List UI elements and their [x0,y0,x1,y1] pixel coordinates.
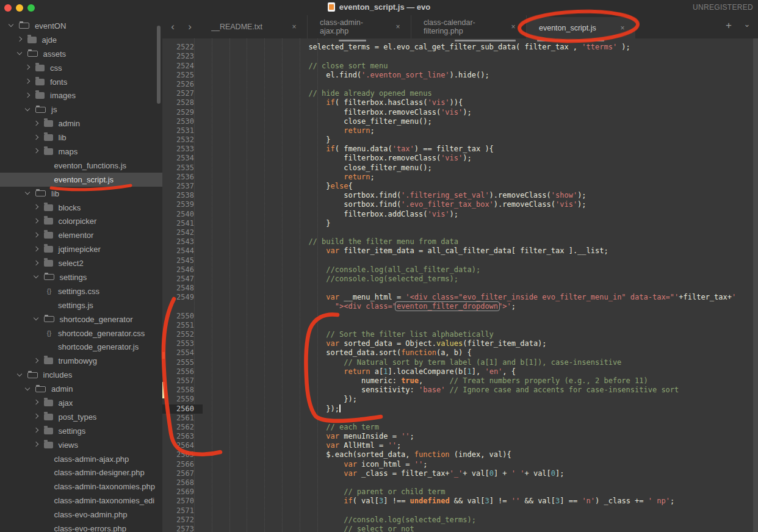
editor-scrollbar[interactable] [753,38,758,532]
nav-back-icon[interactable]: ‹ [167,20,178,34]
code-line-2564[interactable]: 2564 var AllHtml = ''; [162,441,758,450]
code-line-2545[interactable]: 2545 [162,256,758,265]
sidebar-item-shortcode_generator.js[interactable]: shortcode_generator.js [0,340,162,354]
close-tab-icon[interactable]: × [509,23,518,31]
line-number[interactable]: 2562 [162,423,203,432]
code-line-2544[interactable]: 2544 var filter_item_data = all_cal_filt… [162,246,758,256]
line-number[interactable]: 2526 [162,80,203,89]
chevron-down-icon[interactable] [25,387,30,392]
code-line-2543[interactable]: 2543 // build the filter menu from data [162,237,758,246]
sidebar-item-settings.css[interactable]: {}settings.css [0,284,162,298]
code-line-2522[interactable]: 2522 selected_terms = el.evo_cal_get_fil… [162,43,758,52]
line-number[interactable]: 2529 [162,108,203,117]
line-number[interactable]: 2531 [162,126,203,135]
line-number[interactable]: 2542 [162,228,203,237]
chevron-right-icon[interactable] [34,121,38,126]
chevron-right-icon[interactable] [34,428,38,433]
chevron-down-icon[interactable] [9,23,13,28]
line-number[interactable] [162,302,203,311]
line-number[interactable]: 2533 [162,145,203,154]
sidebar-item-class-evo-admin.php[interactable]: class-evo-admin.php [0,508,162,522]
close-tab-icon[interactable]: × [394,23,402,31]
chevron-down-icon[interactable] [34,317,38,322]
code-line-2557[interactable]: 2557 numeric: true, // Treat numbers pro… [162,376,758,386]
line-number[interactable]: 2544 [162,246,203,256]
chevron-right-icon[interactable] [34,261,38,266]
sidebar-item-maps[interactable]: maps [0,145,162,159]
code-line-2527[interactable]: 2527 // hide already opened menus [162,89,758,98]
code-line-2535[interactable]: 2535 close_filter_menu(); [162,164,758,173]
line-number[interactable]: 2540 [162,210,203,219]
code-line-2538[interactable]: 2538 sortbox.find('.filtering_set_val').… [162,191,758,200]
line-number[interactable]: 2549 [162,293,203,302]
code-line-2560[interactable]: 2560 }); [162,404,758,414]
chevron-right-icon[interactable] [25,79,30,84]
line-number[interactable]: 2553 [162,339,203,348]
sidebar-item-class-admin-ajax.php[interactable]: class-admin-ajax.php [0,452,162,466]
sidebar-item-lib[interactable]: lib [0,131,162,145]
code-line-2521[interactable] [162,38,758,43]
code-line-2558[interactable]: 2558 sensitivity: 'base' // Ignore case … [162,386,758,395]
sidebar-item-css[interactable]: css [0,61,162,75]
line-number[interactable]: 2572 [162,516,203,525]
sidebar-item-views[interactable]: views [0,438,162,452]
line-number[interactable]: 2532 [162,135,203,145]
chevron-right-icon[interactable] [34,135,38,140]
chevron-down-icon[interactable] [25,191,30,196]
code-line-2569[interactable]: 2569 // parent or child term [162,487,758,497]
chevron-down-icon[interactable] [17,51,22,56]
code-line-2554[interactable]: 2554 sorted_data.sort(function(a, b) { [162,348,758,358]
chevron-right-icon[interactable] [34,219,38,224]
code-line-2534[interactable]: 2534 filterbox.removeClass('vis'); [162,154,758,163]
sidebar-item-trumbowyg[interactable]: trumbowyg [0,354,162,368]
code-line-2548[interactable]: 2548 [162,284,758,293]
line-number[interactable]: 2534 [162,154,203,163]
code-line-2550[interactable]: 2550 [162,312,758,321]
code-line-2565[interactable]: 2565 $.each(sorted_data, function (index… [162,450,758,459]
line-number[interactable]: 2541 [162,219,203,228]
code-line-2533[interactable]: 2533 if( fmenu.data('tax') == filter_tax… [162,145,758,154]
code-line-wrap[interactable]: "><div class="eventon_filter_dropdown">'… [162,302,758,311]
line-number[interactable] [162,38,203,43]
sidebar-item-settings[interactable]: settings [0,270,162,284]
sidebar-scrollbar[interactable] [157,26,161,104]
sidebar-item-shortcode_generator[interactable]: shortcode_generator [0,312,162,326]
tab-class-admin-ajax.php[interactable]: class-admin-ajax.php× [308,15,411,38]
code-line-2537[interactable]: 2537 }else{ [162,182,758,191]
sidebar-item-js[interactable]: js [0,102,162,117]
code-line-2570[interactable]: 2570 if( val[3] !== undefined && val[3] … [162,497,758,506]
line-number[interactable]: 2566 [162,460,203,469]
code-line-2555[interactable]: 2555 // Natural sort by term label (a[1]… [162,358,758,367]
line-number[interactable]: 2537 [162,182,203,191]
line-number[interactable]: 2565 [162,450,203,459]
sidebar-item-class-admin-designer.php[interactable]: class-admin-designer.php [0,466,162,480]
line-number[interactable]: 2569 [162,487,203,497]
code-line-2572[interactable]: 2572 //console.log(selected_terms); [162,516,758,525]
code-line-2531[interactable]: 2531 return; [162,126,758,135]
line-number[interactable]: 2528 [162,98,203,107]
sidebar-item-ajax[interactable]: ajax [0,396,162,410]
line-number[interactable]: 2571 [162,506,203,516]
chevron-right-icon[interactable] [34,205,38,210]
line-number[interactable]: 2567 [162,469,203,478]
sidebar-item-select2[interactable]: select2 [0,256,162,270]
line-number[interactable]: 2524 [162,62,203,71]
code-line-2559[interactable]: 2559 }); [162,395,758,404]
line-number[interactable]: 2548 [162,284,203,293]
sidebar-item-eventon_functions.js[interactable]: eventon_functions.js [0,159,162,173]
chevron-right-icon[interactable] [17,37,22,42]
sidebar-item-admin[interactable]: admin [0,382,162,396]
sidebar-item-ajde[interactable]: ajde [0,33,162,47]
sidebar-item-class-admin-taxonomies_edi[interactable]: class-admin-taxonomies_edi [0,494,162,508]
sidebar-item-assets[interactable]: assets [0,47,162,61]
tab-__README.txt[interactable]: __README.txt× [199,15,308,38]
line-number[interactable]: 2554 [162,348,203,358]
code-line-2526[interactable]: 2526 [162,80,758,89]
chevron-right-icon[interactable] [25,65,30,70]
line-number[interactable]: 2546 [162,265,203,275]
line-number[interactable]: 2550 [162,312,203,321]
code-line-2542[interactable]: 2542 [162,228,758,237]
line-number[interactable]: 2570 [162,497,203,506]
code-line-2536[interactable]: 2536 return; [162,173,758,182]
close-tab-icon[interactable]: × [618,24,627,32]
